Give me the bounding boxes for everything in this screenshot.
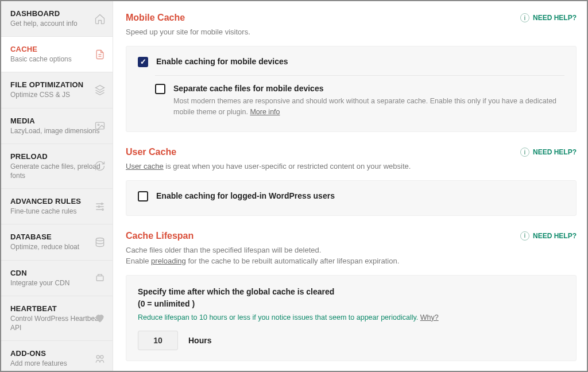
sidebar-item-label: DATABASE bbox=[10, 232, 105, 241]
checkbox-separate-mobile-cache[interactable] bbox=[155, 84, 165, 94]
need-help-label: NEED HELP? bbox=[533, 14, 577, 22]
sidebar-item-cdn[interactable]: CDN Integrate your CDN bbox=[1, 261, 113, 296]
svg-rect-6 bbox=[96, 276, 103, 281]
sidebar-item-label: CDN bbox=[10, 269, 105, 277]
more-info-link[interactable]: More info bbox=[250, 108, 280, 116]
need-help-label: NEED HELP? bbox=[533, 148, 577, 156]
layers-icon bbox=[94, 84, 106, 96]
sidebar-item-desc: Optimize, reduce bloat bbox=[10, 242, 105, 251]
sidebar-item-heartbeat[interactable]: HEARTBEAT Control WordPress Heartbeat AP… bbox=[1, 296, 113, 341]
sidebar-item-file-optimization[interactable]: FILE OPTIMIZATION Optimize CSS & JS bbox=[1, 72, 113, 108]
sliders-icon bbox=[94, 201, 106, 212]
section-desc: Cache files older than the specified lif… bbox=[126, 245, 577, 267]
sidebar-item-desc: Get help, account info bbox=[10, 19, 105, 28]
sidebar-item-desc: Fine-tune cache rules bbox=[10, 207, 105, 216]
need-help-link[interactable]: i NEED HELP? bbox=[520, 148, 577, 157]
sidebar-item-dashboard[interactable]: DASHBOARD Get help, account info bbox=[1, 1, 113, 37]
heartbeat-icon bbox=[94, 312, 106, 324]
need-help-label: NEED HELP? bbox=[533, 232, 577, 240]
lifespan-unit-label: Hours bbox=[188, 336, 211, 345]
sidebar-item-desc: Basic cache options bbox=[10, 55, 105, 64]
help-icon: i bbox=[520, 13, 529, 22]
sidebar-item-label: CACHE bbox=[10, 45, 105, 53]
mobile-cache-panel: Enable caching for mobile devices Separa… bbox=[126, 46, 577, 133]
addons-icon bbox=[94, 353, 106, 365]
sidebar-item-label: DASHBOARD bbox=[10, 9, 105, 18]
svg-point-4 bbox=[102, 208, 104, 210]
sidebar: DASHBOARD Get help, account info CACHE B… bbox=[1, 1, 113, 371]
main-content: Mobile Cache i NEED HELP? Speed up your … bbox=[113, 1, 587, 371]
sidebar-item-addons[interactable]: ADD-ONS Add more features bbox=[1, 341, 113, 371]
lifespan-tip: Reduce lifespan to 10 hours or less if y… bbox=[138, 313, 564, 321]
need-help-link[interactable]: i NEED HELP? bbox=[520, 13, 577, 22]
sidebar-item-label: ADD-ONS bbox=[10, 349, 105, 358]
section-desc: Speed up your site for mobile visitors. bbox=[126, 26, 577, 38]
sidebar-item-label: HEARTBEAT bbox=[10, 304, 105, 313]
image-icon bbox=[94, 120, 106, 131]
why-link[interactable]: Why? bbox=[420, 313, 439, 321]
option-desc: Most modern themes are responsive and sh… bbox=[173, 96, 564, 118]
section-title: Cache Lifespan bbox=[126, 231, 194, 241]
sidebar-item-desc: Integrate your CDN bbox=[10, 278, 105, 288]
section-title: User Cache bbox=[126, 147, 176, 157]
sidebar-item-desc: Add more features bbox=[10, 359, 105, 368]
checkbox-enable-mobile-cache[interactable] bbox=[138, 57, 148, 67]
help-icon: i bbox=[520, 148, 529, 157]
lifespan-field-label: Specify time after which the global cach… bbox=[138, 286, 564, 310]
svg-rect-0 bbox=[96, 122, 105, 129]
database-icon bbox=[94, 237, 106, 248]
need-help-link[interactable]: i NEED HELP? bbox=[520, 231, 577, 241]
svg-point-7 bbox=[96, 355, 99, 358]
sidebar-item-cache[interactable]: CACHE Basic cache options bbox=[1, 37, 113, 72]
checkbox-user-cache[interactable] bbox=[138, 191, 148, 202]
svg-point-1 bbox=[98, 124, 99, 126]
refresh-icon bbox=[94, 160, 106, 172]
sidebar-item-preload[interactable]: PRELOAD Generate cache files, preload fo… bbox=[1, 144, 113, 189]
sidebar-item-label: MEDIA bbox=[10, 117, 105, 125]
home-icon bbox=[94, 13, 106, 25]
preloading-link[interactable]: preloading bbox=[151, 257, 186, 265]
sidebar-item-desc: Control WordPress Heartbeat API bbox=[10, 314, 105, 332]
lifespan-panel: Specify time after which the global cach… bbox=[126, 275, 577, 361]
cdn-icon bbox=[94, 272, 106, 284]
sidebar-item-desc: LazyLoad, image dimensions bbox=[10, 126, 105, 135]
sidebar-item-label: FILE OPTIMIZATION bbox=[10, 80, 105, 89]
section-mobile-cache: Mobile Cache i NEED HELP? Speed up your … bbox=[126, 13, 577, 132]
sidebar-item-database[interactable]: DATABASE Optimize, reduce bloat bbox=[1, 224, 113, 260]
lifespan-value-input[interactable] bbox=[138, 331, 178, 350]
section-cache-lifespan: Cache Lifespan i NEED HELP? Cache files … bbox=[126, 231, 577, 361]
svg-point-8 bbox=[100, 355, 103, 358]
section-user-cache: User Cache i NEED HELP? User cache is gr… bbox=[126, 147, 577, 216]
document-icon bbox=[94, 49, 106, 60]
sidebar-item-desc: Generate cache files, preload fonts bbox=[10, 162, 105, 180]
section-desc: User cache is great when you have user-s… bbox=[126, 161, 577, 172]
option-label: Enable caching for logged-in WordPress u… bbox=[156, 191, 564, 200]
option-label: Enable caching for mobile devices bbox=[156, 57, 564, 66]
sidebar-item-media[interactable]: MEDIA LazyLoad, image dimensions bbox=[1, 108, 113, 144]
sidebar-item-label: ADVANCED RULES bbox=[10, 197, 105, 206]
svg-point-5 bbox=[96, 238, 103, 241]
sidebar-item-label: PRELOAD bbox=[10, 152, 105, 161]
sidebar-item-desc: Optimize CSS & JS bbox=[10, 90, 105, 99]
user-cache-panel: Enable caching for logged-in WordPress u… bbox=[126, 180, 577, 216]
svg-point-3 bbox=[98, 206, 100, 207]
sidebar-item-advanced-rules[interactable]: ADVANCED RULES Fine-tune cache rules bbox=[1, 189, 113, 224]
user-cache-link[interactable]: User cache bbox=[126, 162, 164, 170]
section-title: Mobile Cache bbox=[126, 13, 185, 23]
help-icon: i bbox=[520, 231, 529, 241]
svg-point-2 bbox=[101, 203, 103, 204]
option-label: Separate cache files for mobile devices bbox=[173, 84, 564, 93]
